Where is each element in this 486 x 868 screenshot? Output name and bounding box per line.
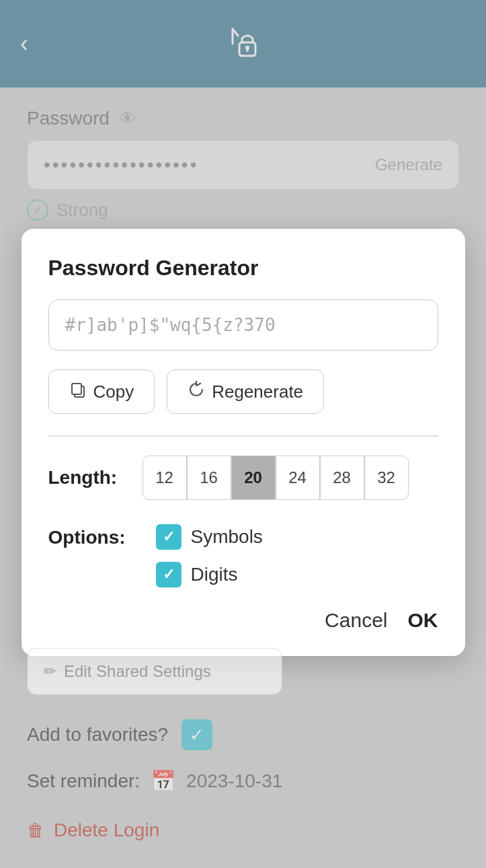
- below-modal-content: ✏ Edit Shared Settings Add to favorites?…: [0, 635, 486, 868]
- regenerate-button[interactable]: Regenerate: [167, 369, 324, 414]
- favorites-row: Add to favorites? ✓: [27, 719, 459, 750]
- modal-title: Password Generator: [48, 256, 438, 281]
- generated-password-box: #r]ab'p]$"wq{5{z?370: [48, 299, 438, 351]
- length-label: Length:: [48, 467, 129, 489]
- copy-button[interactable]: Copy: [48, 369, 155, 414]
- digits-checkbox[interactable]: ✓: [156, 562, 181, 587]
- calendar-icon: 📅: [151, 769, 175, 793]
- reminder-date: 2023-10-31: [186, 770, 282, 792]
- cancel-button[interactable]: Cancel: [325, 609, 387, 632]
- length-options: 12 16 20 24 28 32: [143, 456, 409, 500]
- action-buttons: Copy Regenerate: [48, 369, 438, 414]
- reminder-row: Set reminder: 📅 2023-10-31: [27, 769, 459, 793]
- length-opt-28[interactable]: 28: [320, 456, 364, 500]
- delete-row[interactable]: 🗑 Delete Login: [27, 820, 459, 841]
- digits-label: Digits: [191, 564, 238, 585]
- digits-row: ✓ Digits: [156, 562, 263, 587]
- length-opt-20[interactable]: 20: [231, 456, 276, 500]
- length-row: Length: 12 16 20 24 28 32: [48, 456, 438, 500]
- pencil-icon: ✏: [44, 663, 56, 680]
- length-opt-16[interactable]: 16: [187, 456, 231, 500]
- regenerate-icon: [188, 381, 205, 402]
- modal-footer: Cancel OK: [48, 609, 438, 632]
- svg-rect-6: [72, 384, 81, 394]
- edit-shared-settings-button: ✏ Edit Shared Settings: [27, 648, 282, 695]
- copy-icon: [69, 381, 87, 402]
- options-section: Options: ✓ Symbols ✓ Digits: [48, 524, 438, 587]
- symbols-label: Symbols: [191, 526, 263, 548]
- length-opt-24[interactable]: 24: [276, 456, 320, 500]
- length-opt-32[interactable]: 32: [364, 456, 409, 500]
- symbols-checkbox[interactable]: ✓: [156, 524, 181, 550]
- symbols-row: ✓ Symbols: [156, 524, 263, 550]
- checkboxes: ✓ Symbols ✓ Digits: [156, 524, 263, 587]
- favorites-checkbox: ✓: [181, 719, 212, 750]
- edit-shared-label: Edit Shared Settings: [64, 662, 211, 681]
- options-row: Options: ✓ Symbols ✓ Digits: [48, 524, 438, 587]
- password-generator-modal: Password Generator #r]ab'p]$"wq{5{z?370 …: [22, 229, 465, 656]
- length-opt-12[interactable]: 12: [143, 456, 187, 500]
- generated-password-text: #r]ab'p]$"wq{5{z?370: [65, 315, 276, 335]
- ok-button[interactable]: OK: [408, 609, 438, 632]
- delete-label: Delete Login: [54, 820, 159, 841]
- options-label: Options:: [48, 524, 143, 548]
- reminder-label: Set reminder:: [27, 770, 140, 792]
- delete-icon: 🗑: [27, 820, 44, 841]
- divider: [48, 435, 438, 437]
- favorites-label: Add to favorites?: [27, 724, 168, 746]
